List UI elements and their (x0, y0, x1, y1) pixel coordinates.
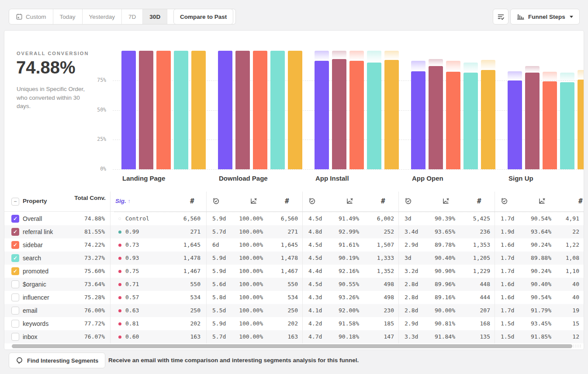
time-to-convert-value: 1.6d (501, 238, 514, 252)
funnel-bar[interactable] (156, 51, 171, 169)
total-conversion-value: 76.00% (61, 304, 105, 317)
funnel-bar[interactable] (525, 73, 540, 169)
dropoff-ghost-cap (446, 61, 460, 72)
top-toolbar: CustomTodayYesterday7D30D3M6M12M Compare… (0, 0, 588, 31)
time-to-convert-value: 4.3d (308, 291, 322, 304)
significance-value: 0.75 (125, 265, 139, 278)
compare-to-past-button[interactable]: Compare to Past (173, 9, 233, 24)
row-checkbox[interactable] (11, 280, 19, 288)
conversion-rate-icon (250, 197, 258, 205)
funnel-bar[interactable] (446, 72, 460, 169)
chevron-down-icon (570, 16, 573, 18)
overall-conversion-description: Uniques in Specific Order, who converted… (17, 85, 94, 111)
row-checkbox[interactable]: ✓ (11, 215, 19, 223)
step-count: 40 (536, 291, 579, 304)
funnel-bar[interactable] (384, 60, 399, 169)
count-column-header: # (381, 197, 385, 205)
date-range-yesterday[interactable]: Yesterday (83, 9, 122, 24)
step-count: 250 (254, 304, 298, 317)
row-checkbox[interactable]: ✓ (11, 228, 19, 236)
step-count: 147 (350, 330, 394, 343)
horizontal-scrollbar-thumb[interactable] (12, 344, 572, 348)
time-to-convert-value: 3.3d (405, 330, 418, 343)
dropoff-ghost-cap (463, 63, 478, 73)
step-count: 135 (446, 330, 490, 343)
funnel-bar[interactable] (429, 66, 443, 169)
table-row: $organic73.64%0.715505.6d100.00%5504.5d9… (4, 278, 584, 291)
funnel-bar[interactable] (332, 59, 346, 169)
count-column-header: # (578, 197, 583, 205)
funnel-bar[interactable] (543, 81, 557, 169)
funnel-bar[interactable] (270, 51, 285, 169)
funnel-bar[interactable] (253, 51, 267, 169)
step-count: 1,205 (446, 252, 490, 265)
total-conversion-value: 76.07% (61, 330, 105, 343)
funnel-bar[interactable] (235, 51, 250, 169)
time-to-convert-value: 6d (212, 238, 219, 252)
funnel-bar[interactable] (191, 51, 206, 169)
funnel-bar[interactable] (315, 61, 329, 169)
funnel-bar[interactable] (560, 82, 574, 169)
column-divider (206, 192, 207, 343)
sig-column-header[interactable]: Sig. ↑ (115, 198, 131, 204)
significance-value: 0.60 (125, 330, 139, 343)
row-checkbox[interactable]: ✓ (11, 267, 19, 275)
date-range-custom[interactable]: Custom (9, 9, 53, 24)
step-count: 12 (536, 330, 579, 343)
funnel-bar[interactable] (349, 61, 364, 169)
funnel-bar[interactable] (218, 51, 232, 169)
funnel-bar[interactable] (463, 73, 478, 169)
date-range-30d[interactable]: 30D (143, 9, 167, 24)
significance-value: 0.57 (125, 291, 139, 304)
date-range-7d[interactable]: 7D (122, 9, 143, 24)
step-count: 163 (157, 330, 201, 343)
row-checkbox[interactable]: ✓ (11, 241, 19, 249)
select-all-checkbox[interactable]: – (11, 198, 19, 206)
step-count: 1,507 (350, 238, 394, 252)
header-scroll-dotted-line (114, 212, 584, 212)
overall-conversion-label: OVERALL CONVERSION (17, 51, 89, 56)
date-range-today[interactable]: Today (53, 9, 83, 24)
row-checkbox[interactable] (11, 320, 19, 328)
row-checkbox[interactable] (11, 333, 19, 341)
row-checkbox[interactable] (11, 294, 19, 301)
funnel-steps-dropdown[interactable]: Funnel Steps (510, 9, 580, 24)
step-count: 1,467 (157, 265, 201, 278)
funnel-bar[interactable] (288, 51, 302, 169)
step-count: 1,467 (254, 265, 298, 278)
funnel-bar[interactable] (508, 80, 522, 169)
step-count: 550 (254, 278, 298, 291)
table-row: email76.00%0.632505.5d100.00%2504.1d92.0… (4, 304, 584, 317)
interesting-segments-icon (16, 357, 23, 364)
funnel-bar[interactable] (174, 51, 188, 169)
step-count: 1,478 (254, 252, 298, 265)
step-count: 448 (446, 278, 490, 291)
funnel-bar[interactable] (121, 51, 136, 169)
step-count: 202 (254, 317, 298, 330)
significance-dot (118, 270, 121, 273)
find-interesting-segments-button[interactable]: Find Interesting Segments (9, 353, 105, 368)
significance-dot (118, 296, 121, 299)
compare-to-past-label: Compare to Past (180, 14, 227, 20)
check-icon: ✓ (13, 216, 17, 222)
view-options-button[interactable] (493, 9, 508, 24)
funnel-step-label: App Install (315, 175, 349, 182)
funnel-bar[interactable] (367, 63, 381, 169)
funnel-bar[interactable] (139, 51, 153, 169)
column-divider (110, 192, 111, 343)
funnel-step-label: App Open (412, 175, 443, 182)
row-checkbox[interactable]: ✓ (11, 254, 19, 262)
funnel-bar[interactable] (481, 70, 495, 169)
row-checkbox[interactable] (11, 307, 19, 315)
funnel-bar[interactable] (578, 80, 584, 169)
step-count: 534 (254, 291, 298, 304)
table-row: ✓sidebar74.22%0.731,6456d100.00%1,6454.5… (4, 238, 584, 252)
funnel-bar[interactable] (411, 71, 425, 169)
funnel-step-label: Download Page (219, 175, 268, 182)
step-count: 1,333 (350, 252, 394, 265)
step-count: 271 (254, 225, 298, 238)
time-to-convert-value: 1.7d (501, 252, 514, 265)
table-row: ✓Overall74.88%Control6,5605.9d100.00%6,5… (4, 212, 584, 225)
time-to-convert-value: 4.4d (308, 265, 322, 278)
significance-dot (118, 283, 121, 286)
